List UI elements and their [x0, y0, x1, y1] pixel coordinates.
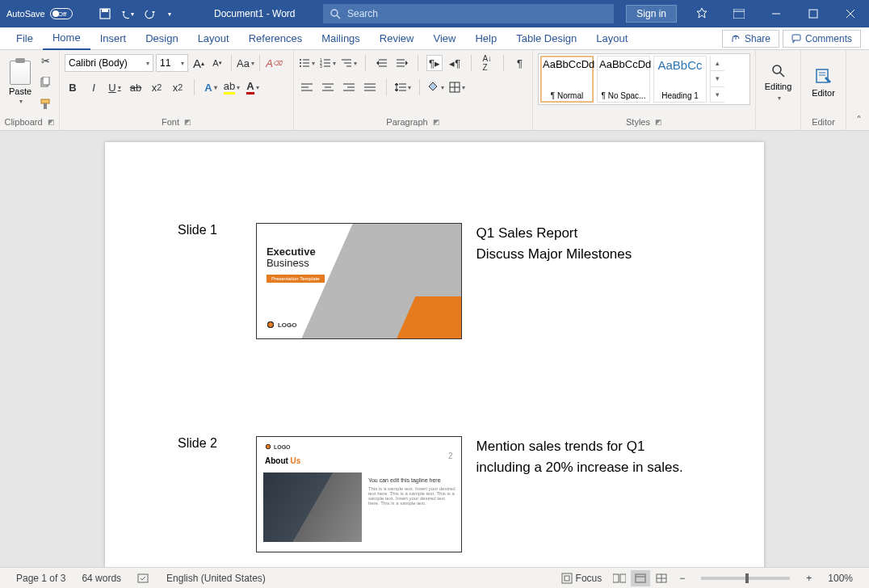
read-mode-icon[interactable] — [610, 570, 629, 586]
share-button[interactable]: Share — [722, 30, 779, 48]
strikethrough-button[interactable]: ab — [128, 79, 144, 95]
redo-icon[interactable] — [144, 7, 157, 20]
tab-insert[interactable]: Insert — [90, 27, 136, 50]
tab-file[interactable]: File — [6, 27, 43, 50]
decrease-indent-icon[interactable] — [374, 55, 389, 71]
save-icon[interactable] — [99, 7, 111, 20]
tab-mailings[interactable]: Mailings — [312, 27, 370, 50]
clear-formatting-icon[interactable]: A⌫ — [266, 55, 282, 71]
align-left-icon[interactable] — [299, 79, 315, 95]
justify-icon[interactable] — [362, 79, 378, 95]
ltr-icon[interactable]: ¶▸ — [426, 55, 442, 71]
styles-more-icon[interactable]: ▾ — [711, 87, 724, 103]
zoom-out-button[interactable]: − — [671, 573, 693, 584]
tab-table-design[interactable]: Table Design — [506, 27, 586, 50]
launcher-icon[interactable]: ◩ — [184, 118, 191, 126]
page: Slide 1 ExecutiveBusiness Presentation T… — [105, 142, 764, 567]
paste-button[interactable]: Paste ▾ — [5, 53, 36, 111]
launcher-icon[interactable]: ◩ — [655, 118, 662, 126]
word-count[interactable]: 64 words — [73, 573, 129, 584]
coming-soon-icon[interactable] — [683, 0, 720, 27]
group-styles: AaBbCcDd ¶ Normal AaBbCcDd ¶ No Spac... … — [533, 50, 756, 130]
tab-view[interactable]: View — [423, 27, 465, 50]
change-case-icon[interactable]: Aa▾ — [237, 55, 254, 71]
tab-review[interactable]: Review — [370, 27, 424, 50]
increase-indent-icon[interactable] — [394, 55, 409, 71]
tab-references[interactable]: References — [239, 27, 312, 50]
tab-home[interactable]: Home — [43, 27, 90, 50]
spellcheck-icon[interactable] — [129, 573, 158, 584]
autosave-control[interactable]: AutoSave Off — [0, 8, 92, 19]
shrink-font-icon[interactable]: A▾ — [209, 55, 225, 71]
document-area[interactable]: Slide 1 ExecutiveBusiness Presentation T… — [0, 131, 869, 567]
page-indicator[interactable]: Page 1 of 3 — [8, 573, 73, 584]
align-center-icon[interactable] — [320, 79, 336, 95]
minimize-button[interactable] — [758, 0, 795, 27]
highlight-icon[interactable]: ab▾ — [224, 79, 240, 95]
format-painter-icon[interactable] — [37, 96, 53, 111]
undo-icon[interactable]: ▾ — [121, 7, 134, 20]
align-right-icon[interactable] — [341, 79, 357, 95]
chevron-down-icon[interactable]: ▾ — [711, 71, 724, 86]
svg-rect-60 — [562, 573, 572, 583]
sort-icon[interactable]: A↓Z — [480, 55, 495, 71]
focus-mode[interactable]: Focus — [553, 573, 611, 584]
slide-1-thumbnail[interactable]: ExecutiveBusiness Presentation Template … — [256, 223, 462, 339]
close-button[interactable] — [832, 0, 869, 27]
style-heading1[interactable]: AaBbCc Heading 1 — [653, 56, 707, 103]
maximize-button[interactable] — [795, 0, 832, 27]
editor-button[interactable]: Editor — [806, 53, 841, 111]
language-indicator[interactable]: English (United States) — [158, 573, 274, 584]
font-name-select[interactable]: Calibri (Body)▾ — [65, 54, 153, 72]
launcher-icon[interactable]: ◩ — [48, 118, 55, 126]
ribbon-display-icon[interactable] — [720, 0, 758, 27]
tab-help[interactable]: Help — [465, 27, 506, 50]
zoom-in-button[interactable]: + — [798, 573, 820, 584]
show-marks-icon[interactable]: ¶ — [512, 55, 527, 71]
comments-button[interactable]: Comments — [783, 30, 861, 48]
tab-design[interactable]: Design — [136, 27, 187, 50]
group-clipboard: Paste ▾ ✂ Clipboard◩ — [0, 50, 60, 130]
line-spacing-icon[interactable]: ▾ — [395, 79, 411, 95]
cut-icon[interactable]: ✂ — [37, 53, 53, 69]
styles-scroll[interactable]: ▴ ▾ ▾ — [710, 56, 724, 103]
shading-icon[interactable]: ▾ — [428, 79, 444, 95]
slide-2-thumbnail[interactable]: LOGO 2 About Us You can edit this taglin… — [256, 436, 462, 552]
font-color-icon[interactable]: A▾ — [245, 79, 261, 95]
qat-customize-icon[interactable]: ▾ — [168, 10, 171, 18]
bold-button[interactable]: B — [65, 79, 81, 95]
search-box[interactable]: Search — [323, 4, 614, 23]
copy-icon[interactable] — [37, 75, 53, 90]
signin-button[interactable]: Sign in — [626, 5, 677, 23]
zoom-level[interactable]: 100% — [820, 573, 861, 584]
slide-2-text[interactable]: Mention sales trends for Q1 including a … — [476, 436, 691, 552]
chevron-up-icon[interactable]: ▴ — [711, 56, 724, 71]
subscript-button[interactable]: x2 — [149, 79, 165, 95]
underline-button[interactable]: U▾ — [107, 79, 123, 95]
launcher-icon[interactable]: ◩ — [433, 118, 440, 126]
multilevel-list-icon[interactable]: ▾ — [341, 55, 357, 71]
web-layout-icon[interactable] — [652, 570, 671, 586]
tab-layout[interactable]: Layout — [188, 27, 239, 50]
styles-gallery[interactable]: AaBbCcDd ¶ Normal AaBbCcDd ¶ No Spac... … — [538, 53, 750, 105]
text-effects-icon[interactable]: A▾ — [203, 79, 219, 95]
borders-icon[interactable]: ▾ — [449, 79, 465, 95]
bullets-icon[interactable]: ▾ — [299, 55, 315, 71]
collapse-ribbon[interactable]: ˄ — [846, 50, 869, 130]
superscript-button[interactable]: x2 — [170, 79, 186, 95]
numbering-icon[interactable]: 123▾ — [320, 55, 336, 71]
slide-1-text[interactable]: Q1 Sales Report Discuss Major Milestones — [476, 223, 691, 339]
tab-layout-table[interactable]: Layout — [586, 27, 637, 50]
style-normal[interactable]: AaBbCcDd ¶ Normal — [540, 56, 594, 103]
autosave-label: AutoSave — [6, 9, 45, 19]
style-no-spacing[interactable]: AaBbCcDd ¶ No Spac... — [597, 56, 650, 103]
italic-button[interactable]: I — [86, 79, 102, 95]
editing-button[interactable]: Editing ▾ — [761, 53, 796, 111]
paragraph-label: Paragraph — [386, 117, 427, 127]
rtl-icon[interactable]: ◂¶ — [447, 55, 463, 71]
title-bar: AutoSave Off ▾ ▾ Document1 - Word Search… — [0, 0, 869, 27]
zoom-slider[interactable] — [701, 577, 790, 580]
font-size-select[interactable]: 11▾ — [156, 54, 188, 72]
grow-font-icon[interactable]: A▴ — [191, 55, 207, 71]
print-layout-icon[interactable] — [631, 570, 650, 586]
